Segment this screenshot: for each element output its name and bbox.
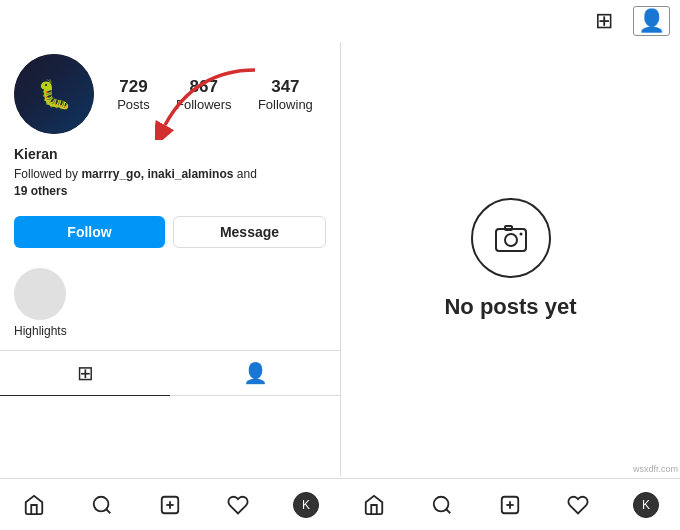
nav-avatar-1: K <box>293 492 319 518</box>
avatar: 🐛 <box>14 54 94 134</box>
following-count: 347 <box>271 77 299 97</box>
posts-label: Posts <box>117 97 150 112</box>
followers-count: 867 <box>190 77 218 97</box>
bio-section: Kieran Followed by marrry_go, inaki_alam… <box>0 142 340 216</box>
no-posts-camera-icon <box>471 198 551 278</box>
nav-heart-2[interactable] <box>544 479 612 530</box>
nav-avatar-2: K <box>633 492 659 518</box>
svg-point-1 <box>505 234 517 246</box>
followers-label: Followers <box>176 97 232 112</box>
svg-point-10 <box>434 496 449 511</box>
left-panel: 🐛 729 Posts 867 Followers 347 Following … <box>0 42 340 476</box>
person-view-icon[interactable]: 👤 <box>633 6 670 36</box>
tab-tagged[interactable]: 👤 <box>170 351 340 395</box>
nav-profile-2[interactable]: K <box>612 479 680 530</box>
followed-by-text: Followed by marrry_go, inaki_alaminos an… <box>14 166 326 200</box>
followed-by-others-count: 19 others <box>14 184 67 198</box>
tagged-tab-icon: 👤 <box>243 361 268 385</box>
svg-line-11 <box>446 509 450 513</box>
nav-home-2[interactable] <box>340 479 408 530</box>
following-stat[interactable]: 347 Following <box>258 77 313 112</box>
main-layout: 🐛 729 Posts 867 Followers 347 Following … <box>0 42 680 476</box>
svg-line-6 <box>106 509 110 513</box>
tab-bar: ⊞ 👤 <box>0 350 340 396</box>
followed-by-users: marrry_go, inaki_alaminos <box>81 167 233 181</box>
profile-section: 🐛 729 Posts 867 Followers 347 Following <box>0 42 340 142</box>
highlights-label: Highlights <box>14 324 66 338</box>
nav-add-1[interactable] <box>136 479 204 530</box>
nav-search-2[interactable] <box>408 479 476 530</box>
nav-home-1[interactable] <box>0 479 68 530</box>
following-label: Following <box>258 97 313 112</box>
no-posts-text: No posts yet <box>444 294 576 320</box>
svg-rect-0 <box>496 229 526 251</box>
followers-stat[interactable]: 867 Followers <box>176 77 232 112</box>
username: Kieran <box>14 146 326 162</box>
nav-add-2[interactable] <box>476 479 544 530</box>
followed-by-and: and <box>233 167 256 181</box>
watermark: wsxdfr.com <box>633 464 678 474</box>
follow-button[interactable]: Follow <box>14 216 165 248</box>
bottom-nav: K K <box>0 478 680 530</box>
stats-container: 729 Posts 867 Followers 347 Following <box>104 77 326 112</box>
top-nav-bar: ⊞ 👤 <box>0 0 680 42</box>
followed-by-prefix: Followed by <box>14 167 81 181</box>
action-buttons: Follow Message <box>0 216 340 260</box>
tab-grid[interactable]: ⊞ <box>0 351 170 395</box>
svg-point-5 <box>94 496 109 511</box>
highlights-section: Highlights <box>0 260 340 350</box>
nav-search-1[interactable] <box>68 479 136 530</box>
svg-point-3 <box>519 233 522 236</box>
highlight-circle[interactable] <box>14 268 66 320</box>
grid-view-icon[interactable]: ⊞ <box>595 8 613 34</box>
posts-stat: 729 Posts <box>117 77 150 112</box>
posts-count: 729 <box>119 77 147 97</box>
right-panel: No posts yet <box>340 42 680 476</box>
nav-profile-1[interactable]: K <box>272 479 340 530</box>
nav-heart-1[interactable] <box>204 479 272 530</box>
grid-tab-icon: ⊞ <box>77 361 94 385</box>
message-button[interactable]: Message <box>173 216 326 248</box>
avatar-image: 🐛 <box>14 54 94 134</box>
